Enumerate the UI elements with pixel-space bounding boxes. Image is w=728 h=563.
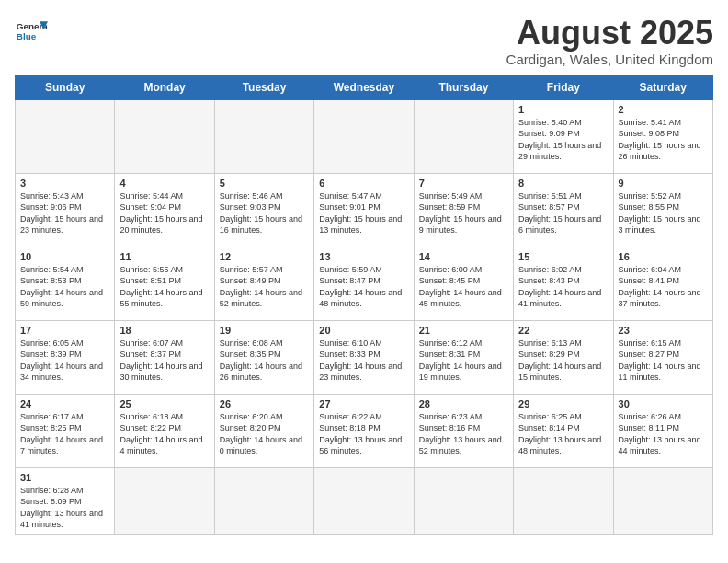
calendar-cell bbox=[514, 467, 613, 534]
calendar-cell bbox=[414, 99, 513, 173]
calendar-cell: 28Sunrise: 6:23 AM Sunset: 8:16 PM Dayli… bbox=[414, 394, 513, 467]
day-info: Sunrise: 5:52 AM Sunset: 8:55 PM Dayligh… bbox=[619, 190, 708, 236]
calendar-cell: 7Sunrise: 5:49 AM Sunset: 8:59 PM Daylig… bbox=[414, 173, 513, 247]
day-info: Sunrise: 6:12 AM Sunset: 8:31 PM Dayligh… bbox=[419, 338, 508, 384]
calendar-cell: 18Sunrise: 6:07 AM Sunset: 8:37 PM Dayli… bbox=[115, 320, 214, 394]
calendar-cell bbox=[314, 467, 414, 534]
calendar-cell: 21Sunrise: 6:12 AM Sunset: 8:31 PM Dayli… bbox=[414, 320, 513, 394]
calendar-cell bbox=[115, 99, 214, 173]
svg-text:Blue: Blue bbox=[17, 31, 37, 41]
logo-icon: General Blue bbox=[15, 15, 48, 48]
day-number: 9 bbox=[619, 178, 708, 189]
calendar-body: 1Sunrise: 5:40 AM Sunset: 9:09 PM Daylig… bbox=[16, 99, 713, 534]
day-info: Sunrise: 6:15 AM Sunset: 8:27 PM Dayligh… bbox=[619, 338, 708, 384]
calendar-cell bbox=[414, 467, 513, 534]
calendar-cell: 20Sunrise: 6:10 AM Sunset: 8:33 PM Dayli… bbox=[314, 320, 414, 394]
day-number: 23 bbox=[619, 325, 708, 336]
day-info: Sunrise: 6:17 AM Sunset: 8:25 PM Dayligh… bbox=[20, 411, 109, 457]
day-number: 10 bbox=[20, 251, 109, 262]
calendar-cell: 27Sunrise: 6:22 AM Sunset: 8:18 PM Dayli… bbox=[314, 394, 414, 467]
day-number: 12 bbox=[220, 251, 309, 262]
day-number: 29 bbox=[518, 398, 608, 409]
day-info: Sunrise: 5:57 AM Sunset: 8:49 PM Dayligh… bbox=[220, 264, 309, 310]
day-info: Sunrise: 6:25 AM Sunset: 8:14 PM Dayligh… bbox=[518, 411, 608, 457]
calendar-cell: 19Sunrise: 6:08 AM Sunset: 8:35 PM Dayli… bbox=[214, 320, 313, 394]
col-tuesday: Tuesday bbox=[214, 75, 313, 99]
calendar-cell: 8Sunrise: 5:51 AM Sunset: 8:57 PM Daylig… bbox=[514, 173, 613, 247]
calendar-cell: 22Sunrise: 6:13 AM Sunset: 8:29 PM Dayli… bbox=[514, 320, 613, 394]
col-saturday: Saturday bbox=[613, 75, 712, 99]
day-number: 16 bbox=[619, 251, 708, 262]
calendar-cell: 31Sunrise: 6:28 AM Sunset: 8:09 PM Dayli… bbox=[16, 467, 115, 534]
calendar-cell bbox=[214, 467, 313, 534]
day-number: 18 bbox=[119, 325, 209, 336]
calendar-cell: 14Sunrise: 6:00 AM Sunset: 8:45 PM Dayli… bbox=[414, 247, 513, 320]
day-number: 22 bbox=[518, 325, 608, 336]
calendar-cell: 5Sunrise: 5:46 AM Sunset: 9:03 PM Daylig… bbox=[214, 173, 313, 247]
calendar-cell: 9Sunrise: 5:52 AM Sunset: 8:55 PM Daylig… bbox=[613, 173, 712, 247]
calendar-cell bbox=[16, 99, 115, 173]
calendar-table: Sunday Monday Tuesday Wednesday Thursday… bbox=[15, 75, 713, 535]
calendar-cell: 30Sunrise: 6:26 AM Sunset: 8:11 PM Dayli… bbox=[613, 394, 712, 467]
day-number: 19 bbox=[220, 325, 309, 336]
col-wednesday: Wednesday bbox=[314, 75, 414, 99]
calendar-cell: 6Sunrise: 5:47 AM Sunset: 9:01 PM Daylig… bbox=[314, 173, 414, 247]
calendar-header: Sunday Monday Tuesday Wednesday Thursday… bbox=[16, 75, 713, 99]
day-number: 17 bbox=[20, 325, 109, 336]
day-info: Sunrise: 6:28 AM Sunset: 8:09 PM Dayligh… bbox=[20, 485, 109, 531]
calendar-cell: 11Sunrise: 5:55 AM Sunset: 8:51 PM Dayli… bbox=[115, 247, 214, 320]
calendar-subtitle: Cardigan, Wales, United Kingdom bbox=[506, 52, 713, 67]
day-number: 27 bbox=[319, 398, 408, 409]
day-number: 31 bbox=[20, 472, 109, 483]
day-number: 4 bbox=[119, 178, 209, 189]
day-info: Sunrise: 5:43 AM Sunset: 9:06 PM Dayligh… bbox=[20, 190, 109, 236]
day-info: Sunrise: 5:41 AM Sunset: 9:08 PM Dayligh… bbox=[619, 117, 708, 163]
calendar-cell: 17Sunrise: 6:05 AM Sunset: 8:39 PM Dayli… bbox=[16, 320, 115, 394]
calendar-cell: 13Sunrise: 5:59 AM Sunset: 8:47 PM Dayli… bbox=[314, 247, 414, 320]
header-row: Sunday Monday Tuesday Wednesday Thursday… bbox=[16, 75, 713, 99]
day-info: Sunrise: 6:20 AM Sunset: 8:20 PM Dayligh… bbox=[220, 411, 309, 457]
day-info: Sunrise: 6:08 AM Sunset: 8:35 PM Dayligh… bbox=[220, 338, 309, 384]
calendar-cell bbox=[613, 467, 712, 534]
col-monday: Monday bbox=[115, 75, 214, 99]
calendar-cell: 26Sunrise: 6:20 AM Sunset: 8:20 PM Dayli… bbox=[214, 394, 313, 467]
col-sunday: Sunday bbox=[16, 75, 115, 99]
day-info: Sunrise: 5:40 AM Sunset: 9:09 PM Dayligh… bbox=[518, 117, 608, 163]
calendar-cell bbox=[314, 99, 414, 173]
logo: General Blue bbox=[15, 15, 48, 48]
day-number: 11 bbox=[119, 251, 209, 262]
calendar-cell: 2Sunrise: 5:41 AM Sunset: 9:08 PM Daylig… bbox=[613, 99, 712, 173]
day-number: 25 bbox=[119, 398, 209, 409]
day-info: Sunrise: 6:00 AM Sunset: 8:45 PM Dayligh… bbox=[419, 264, 508, 310]
day-number: 30 bbox=[619, 398, 708, 409]
calendar-cell: 12Sunrise: 5:57 AM Sunset: 8:49 PM Dayli… bbox=[214, 247, 313, 320]
day-info: Sunrise: 5:46 AM Sunset: 9:03 PM Dayligh… bbox=[220, 190, 309, 236]
day-number: 5 bbox=[220, 178, 309, 189]
header: General Blue August 2025 Cardigan, Wales… bbox=[15, 15, 713, 67]
calendar-cell: 23Sunrise: 6:15 AM Sunset: 8:27 PM Dayli… bbox=[613, 320, 712, 394]
day-info: Sunrise: 5:59 AM Sunset: 8:47 PM Dayligh… bbox=[319, 264, 408, 310]
calendar-cell: 1Sunrise: 5:40 AM Sunset: 9:09 PM Daylig… bbox=[514, 99, 613, 173]
day-number: 7 bbox=[419, 178, 508, 189]
calendar-cell bbox=[214, 99, 313, 173]
day-number: 24 bbox=[20, 398, 109, 409]
day-info: Sunrise: 5:49 AM Sunset: 8:59 PM Dayligh… bbox=[419, 190, 508, 236]
day-number: 1 bbox=[518, 104, 608, 115]
day-number: 15 bbox=[518, 251, 608, 262]
col-friday: Friday bbox=[514, 75, 613, 99]
day-info: Sunrise: 6:22 AM Sunset: 8:18 PM Dayligh… bbox=[319, 411, 408, 457]
calendar-cell bbox=[115, 467, 214, 534]
day-info: Sunrise: 5:54 AM Sunset: 8:53 PM Dayligh… bbox=[20, 264, 109, 310]
day-info: Sunrise: 5:55 AM Sunset: 8:51 PM Dayligh… bbox=[119, 264, 209, 310]
day-number: 6 bbox=[319, 178, 408, 189]
day-info: Sunrise: 5:44 AM Sunset: 9:04 PM Dayligh… bbox=[119, 190, 209, 236]
calendar-cell: 25Sunrise: 6:18 AM Sunset: 8:22 PM Dayli… bbox=[115, 394, 214, 467]
calendar-cell: 15Sunrise: 6:02 AM Sunset: 8:43 PM Dayli… bbox=[514, 247, 613, 320]
calendar-cell: 29Sunrise: 6:25 AM Sunset: 8:14 PM Dayli… bbox=[514, 394, 613, 467]
calendar-title: August 2025 bbox=[506, 15, 713, 52]
day-number: 26 bbox=[220, 398, 309, 409]
day-info: Sunrise: 5:47 AM Sunset: 9:01 PM Dayligh… bbox=[319, 190, 408, 236]
day-number: 3 bbox=[20, 178, 109, 189]
col-thursday: Thursday bbox=[414, 75, 513, 99]
day-info: Sunrise: 6:05 AM Sunset: 8:39 PM Dayligh… bbox=[20, 338, 109, 384]
